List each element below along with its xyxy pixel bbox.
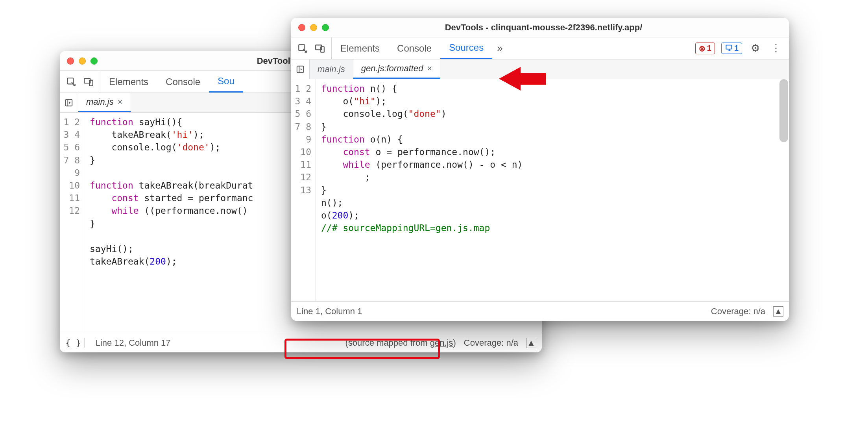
close-tab-icon[interactable]: × — [427, 63, 432, 74]
doc-tab-label: main.js — [86, 97, 114, 107]
cursor-position: Line 12, Column 17 — [96, 338, 171, 348]
svg-rect-3 — [66, 99, 72, 106]
traffic-lights — [298, 24, 329, 31]
line-gutter: 1 2 3 4 5 6 7 8 9 10 11 12 13 — [291, 79, 316, 301]
statusbar: Line 1, Column 1 Coverage: n/a ▲ — [291, 301, 789, 321]
minimize-icon[interactable] — [79, 57, 86, 65]
maximize-icon[interactable] — [90, 57, 98, 65]
annotation-highlight-box — [284, 339, 440, 359]
tab-console[interactable]: Console — [157, 71, 209, 93]
messages-icon: 🗨 — [725, 44, 733, 53]
settings-icon[interactable]: ⚙ — [748, 42, 762, 54]
code-editor[interactable]: 1 2 3 4 5 6 7 8 9 10 11 12 13 function n… — [291, 79, 789, 301]
coverage-info: Coverage: n/a — [711, 306, 765, 317]
tab-console[interactable]: Console — [388, 37, 440, 59]
doc-tab-gen-js-formatted[interactable]: gen.js:formatted × — [353, 59, 441, 79]
navigator-toggle-icon[interactable] — [296, 65, 305, 74]
more-tabs-icon[interactable]: » — [492, 42, 507, 54]
traffic-lights — [67, 57, 98, 65]
close-icon[interactable] — [298, 24, 305, 31]
close-tab-icon[interactable]: × — [118, 97, 123, 107]
messages-badge[interactable]: 🗨 1 — [721, 43, 742, 54]
devtools-toolbar: Elements Console Sources » ⊗ 1 🗨 1 ⚙ ⋮ — [291, 37, 789, 59]
tab-elements[interactable]: Elements — [332, 37, 388, 59]
tab-elements[interactable]: Elements — [100, 71, 157, 93]
pretty-print-icon[interactable]: { } — [65, 338, 85, 348]
code-content[interactable]: function n() { o("hi"); console.log("don… — [316, 79, 789, 301]
annotation-arrow-icon — [495, 63, 550, 94]
inspect-icon[interactable] — [66, 77, 76, 87]
maximize-icon[interactable] — [322, 24, 329, 31]
cursor-position: Line 1, Column 1 — [297, 306, 362, 317]
scrollbar[interactable] — [779, 79, 788, 142]
kebab-menu-icon[interactable]: ⋮ — [768, 42, 783, 54]
error-badge[interactable]: ⊗ 1 — [695, 43, 715, 54]
doc-tab-main-js[interactable]: main.js — [310, 59, 353, 79]
show-panel-icon[interactable]: ▲ — [526, 338, 536, 348]
inspect-icon[interactable] — [297, 43, 308, 54]
show-panel-icon[interactable]: ▲ — [773, 306, 783, 317]
tab-sources[interactable]: Sources — [440, 37, 492, 59]
doc-tab-main-js[interactable]: main.js × — [78, 93, 131, 112]
svg-rect-8 — [297, 66, 304, 72]
window-title: DevTools - clinquant-mousse-2f2396.netli… — [329, 22, 782, 33]
titlebar: DevTools - clinquant-mousse-2f2396.netli… — [291, 18, 789, 37]
minimize-icon[interactable] — [310, 24, 317, 31]
doc-tab-label: gen.js:formatted — [361, 63, 423, 74]
close-icon[interactable] — [67, 57, 74, 65]
line-gutter: 1 2 3 4 5 6 7 8 9 10 11 12 — [60, 113, 84, 333]
error-icon: ⊗ — [699, 44, 705, 53]
coverage-info: Coverage: n/a — [464, 338, 518, 348]
navigator-toggle-icon[interactable] — [65, 98, 73, 107]
tab-sources[interactable]: Sou — [209, 71, 243, 93]
device-toggle-icon[interactable] — [315, 43, 325, 54]
doc-tab-label: main.js — [318, 64, 345, 74]
device-toggle-icon[interactable] — [83, 77, 94, 87]
